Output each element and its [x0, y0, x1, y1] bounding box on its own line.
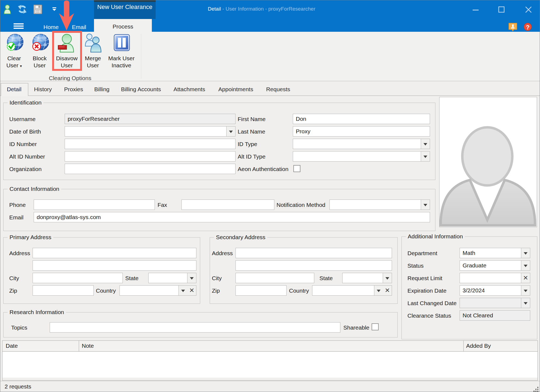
svg-text:?: ?	[526, 24, 529, 31]
